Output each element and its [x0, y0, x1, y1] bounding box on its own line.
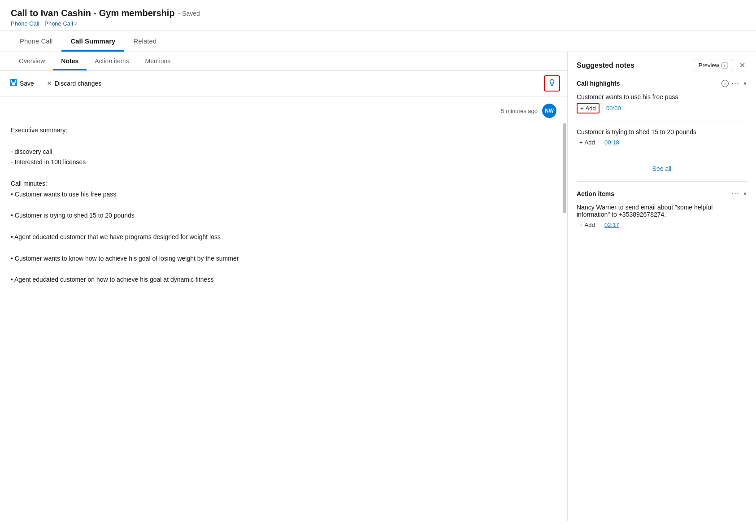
call-minute-3: • Agent educated customer that we have p…	[11, 232, 556, 243]
title-text: Call to Ivan Cashin - Gym membership	[11, 8, 175, 18]
breadcrumb-item2-label: Phone Call	[44, 20, 73, 27]
saved-badge: - Saved	[178, 10, 200, 17]
action-items-title: Action items	[577, 190, 729, 197]
scrollbar[interactable]	[563, 123, 566, 213]
highlight-actions-1: + Add · 00:00	[577, 103, 747, 113]
tab-call-summary[interactable]: Call Summary	[61, 31, 124, 52]
highlight-text-2: Customer is trying to shed 15 to 20 poun…	[577, 128, 747, 135]
avatar: NW	[542, 104, 556, 118]
highlight-actions-2: + Add · 00:18	[577, 138, 747, 147]
call-minute-5: • Agent educated customer on how to achi…	[11, 275, 556, 285]
call-highlights-title: Call highlights	[577, 80, 719, 87]
tab-mentions[interactable]: Mentions	[137, 52, 179, 70]
discard-icon: ✕	[47, 80, 52, 87]
call-minutes-heading: Call minutes:	[11, 179, 556, 189]
timestamp-3[interactable]: 02:17	[604, 222, 619, 228]
breadcrumb-item2-dropdown[interactable]: Phone Call ∨	[44, 20, 77, 27]
timestamp-1[interactable]: 00:00	[606, 105, 621, 112]
plus-icon-2: +	[579, 139, 583, 146]
highlight-text-1: Customer wants to use his free pass	[577, 93, 747, 100]
tab-overview[interactable]: Overview	[11, 52, 53, 70]
svg-rect-1	[12, 79, 15, 82]
highlight-item-2: Customer is trying to shed 15 to 20 poun…	[577, 128, 747, 154]
add-label-1: Add	[586, 105, 596, 112]
action-items-section: Action items ··· ∧ Nancy Warner to send …	[577, 189, 747, 244]
tab-notes[interactable]: Notes	[53, 52, 87, 70]
plus-icon-1: +	[580, 105, 584, 112]
call-highlights-header: Call highlights i ··· ∧	[577, 78, 747, 88]
dot-separator-2: ·	[600, 140, 602, 146]
section-divider	[577, 181, 747, 182]
right-panel: Suggested notes Preview i ✕ Call highlig…	[568, 52, 756, 521]
summary-item-2: - Interested in 100 licenses	[11, 157, 556, 168]
svg-rect-3	[12, 83, 15, 85]
notes-metadata: 5 minutes ago NW	[11, 104, 556, 118]
breadcrumb: Phone Call · Phone Call ∨	[11, 20, 745, 27]
action-item-actions-1: + Add · 02:17	[577, 221, 747, 229]
save-icon	[10, 79, 17, 88]
preview-button[interactable]: Preview i	[694, 60, 733, 71]
call-highlights-actions: ··· ∧	[731, 78, 747, 88]
add-label-2: Add	[585, 139, 595, 146]
dot-separator-3: ·	[600, 222, 602, 228]
discard-changes-button[interactable]: ✕ Discard changes	[44, 78, 104, 89]
call-minute-1: • Customer wants to use his free pass	[11, 189, 556, 200]
notes-area[interactable]: 5 minutes ago NW Executive summary: - di…	[0, 96, 567, 521]
action-items-actions: ··· ∧	[731, 189, 747, 198]
right-panel-title: Suggested notes	[577, 61, 689, 70]
preview-label: Preview	[699, 62, 719, 69]
dot-separator-1: ·	[602, 105, 604, 112]
highlight-item-1: Customer wants to use his free pass + Ad…	[577, 93, 747, 121]
main-tab-bar: Phone Call Call Summary Related	[0, 31, 756, 52]
right-panel-header: Suggested notes Preview i ✕	[577, 59, 747, 71]
plus-icon-3: +	[579, 222, 583, 228]
add-action-1-button[interactable]: + Add	[577, 221, 598, 229]
action-items-header: Action items ··· ∧	[577, 189, 747, 198]
timestamp-2[interactable]: 00:18	[604, 139, 619, 146]
summary-item-1: - discovery call	[11, 147, 556, 157]
action-item-text-1: Nancy Warner to send email about "some h…	[577, 204, 747, 218]
breadcrumb-item1[interactable]: Phone Call	[11, 20, 39, 27]
preview-info-icon[interactable]: i	[721, 62, 728, 69]
close-right-panel-button[interactable]: ✕	[738, 59, 747, 71]
page-header: Call to Ivan Cashin - Gym membership - S…	[0, 0, 756, 31]
sub-tab-bar: Overview Notes Action items Mentions	[0, 52, 567, 71]
tab-action-items[interactable]: Action items	[87, 52, 137, 70]
left-panel: Overview Notes Action items Mentions	[0, 52, 568, 521]
see-all-button[interactable]: See all	[577, 161, 747, 179]
notes-timestamp: 5 minutes ago	[501, 108, 538, 114]
executive-summary-heading: Executive summary:	[11, 125, 556, 136]
notes-content[interactable]: Executive summary: - discovery call - In…	[11, 125, 556, 285]
tab-related[interactable]: Related	[124, 31, 165, 52]
call-highlights-section: Call highlights i ··· ∧ Customer wants t…	[577, 78, 747, 179]
call-highlights-collapse-button[interactable]: ∧	[743, 80, 747, 87]
close-icon: ✕	[739, 61, 745, 69]
action-items-more-button[interactable]: ···	[731, 189, 739, 198]
save-button[interactable]: Save	[7, 77, 37, 90]
chevron-down-icon: ∨	[74, 21, 77, 26]
breadcrumb-separator: ·	[41, 20, 43, 27]
discard-label: Discard changes	[55, 80, 101, 87]
call-highlights-info-icon[interactable]: i	[721, 80, 729, 87]
add-action-label-1: Add	[585, 222, 595, 228]
action-items-collapse-button[interactable]: ∧	[743, 191, 747, 197]
call-minute-4: • Customer wants to know how to achieve …	[11, 253, 556, 264]
save-label: Save	[20, 80, 34, 87]
tab-phone-call[interactable]: Phone Call	[11, 31, 61, 52]
call-minute-2: • Customer is trying to shed 15 to 20 po…	[11, 210, 556, 221]
lightbulb-button[interactable]	[544, 75, 560, 92]
lightbulb-icon	[548, 78, 556, 89]
notes-toolbar: Save ✕ Discard changes	[0, 71, 567, 96]
action-item-1: Nancy Warner to send email about "some h…	[577, 204, 747, 236]
content-area: Overview Notes Action items Mentions	[0, 52, 756, 521]
add-highlight-1-button[interactable]: + Add	[577, 103, 600, 113]
page-title: Call to Ivan Cashin - Gym membership - S…	[11, 8, 745, 18]
add-highlight-2-button[interactable]: + Add	[577, 138, 598, 147]
call-highlights-more-button[interactable]: ···	[731, 78, 739, 88]
